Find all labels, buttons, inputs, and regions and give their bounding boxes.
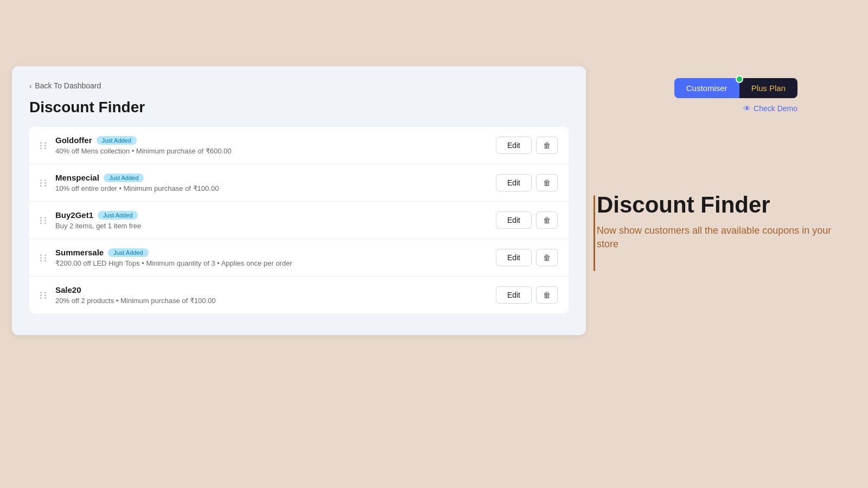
delete-button[interactable]: 🗑 [536, 211, 558, 229]
item-name: Sale20 [55, 285, 81, 294]
plus-plan-button[interactable]: Plus Plan [739, 78, 797, 98]
item-info: Sale20 20% off 2 products • Minimum purc… [55, 285, 496, 305]
edit-button[interactable]: Edit [496, 286, 532, 304]
item-name: Buy2Get1 [55, 210, 93, 220]
right-panel-title: Discount Finder [597, 192, 846, 217]
trash-icon: 🗑 [543, 141, 551, 150]
edit-button[interactable]: Edit [496, 211, 532, 229]
trash-icon: 🗑 [543, 253, 551, 262]
right-panel: Discount Finder Now show customers all t… [597, 192, 846, 252]
item-description: 10% off entire order • Minimum purchase … [55, 184, 496, 192]
trash-icon: 🗑 [543, 178, 551, 187]
item-info: Menspecial Just Added 10% off entire ord… [55, 173, 496, 192]
main-panel: ‹ Back To Dashboard Discount Finder Gold… [12, 66, 586, 335]
item-name-row: Menspecial Just Added [55, 173, 496, 182]
chevron-left-icon: ‹ [29, 82, 31, 90]
drag-handle[interactable] [40, 179, 48, 187]
item-name: Goldoffer [55, 136, 92, 145]
item-actions: Edit 🗑 [496, 137, 558, 154]
delete-button[interactable]: 🗑 [536, 286, 558, 304]
item-actions: Edit 🗑 [496, 249, 558, 266]
item-info: Summersale Just Added ₹200.00 off LED Hi… [55, 248, 496, 267]
item-name-row: Sale20 [55, 285, 496, 294]
just-added-badge: Just Added [108, 248, 148, 257]
edit-button[interactable]: Edit [496, 249, 532, 266]
right-panel-border [593, 195, 595, 271]
drag-handle[interactable] [40, 217, 48, 224]
discount-item: Menspecial Just Added 10% off entire ord… [29, 164, 569, 202]
item-description: 40% off Mens collection • Minimum purcha… [55, 147, 496, 155]
item-actions: Edit 🗑 [496, 286, 558, 304]
check-demo-link[interactable]: 👁 Check Demo [743, 104, 797, 113]
drag-handle[interactable] [40, 142, 48, 149]
trash-icon: 🗑 [543, 291, 551, 299]
right-panel-subtitle: Now show customers all the available cou… [597, 224, 846, 251]
item-info: Buy2Get1 Just Added Buy 2 items, get 1 i… [55, 210, 496, 230]
page-title: Discount Finder [29, 99, 145, 116]
discount-item: Sale20 20% off 2 products • Minimum purc… [29, 277, 569, 313]
delete-button[interactable]: 🗑 [536, 249, 558, 266]
item-info: Goldoffer Just Added 40% off Mens collec… [55, 136, 496, 155]
green-dot-indicator [736, 75, 743, 83]
item-description: ₹200.00 off LED High Tops • Minimum quan… [55, 259, 496, 267]
item-name-row: Summersale Just Added [55, 248, 496, 257]
just-added-badge: Just Added [97, 136, 137, 145]
just-added-badge: Just Added [98, 211, 138, 220]
trash-icon: 🗑 [543, 216, 551, 224]
discount-item: Goldoffer Just Added 40% off Mens collec… [29, 127, 569, 164]
item-description: 20% off 2 products • Minimum purchase of… [55, 297, 496, 305]
edit-button[interactable]: Edit [496, 137, 532, 154]
item-actions: Edit 🗑 [496, 174, 558, 191]
delete-button[interactable]: 🗑 [536, 174, 558, 191]
customiser-button[interactable]: Customiser [674, 78, 739, 98]
just-added-badge: Just Added [104, 174, 144, 182]
item-name: Menspecial [55, 173, 99, 182]
eye-icon: 👁 [743, 104, 751, 113]
delete-button[interactable]: 🗑 [536, 137, 558, 154]
discount-list: Goldoffer Just Added 40% off Mens collec… [29, 127, 569, 313]
drag-handle[interactable] [40, 292, 48, 299]
item-description: Buy 2 items, get 1 item free [55, 222, 496, 230]
page-header: Discount Finder [29, 99, 569, 116]
discount-item: Summersale Just Added ₹200.00 off LED Hi… [29, 239, 569, 277]
drag-handle[interactable] [40, 254, 48, 261]
discount-item: Buy2Get1 Just Added Buy 2 items, get 1 i… [29, 202, 569, 239]
item-name: Summersale [55, 248, 104, 257]
top-buttons: Customiser Plus Plan [674, 78, 797, 98]
item-name-row: Goldoffer Just Added [55, 136, 496, 145]
item-actions: Edit 🗑 [496, 211, 558, 229]
edit-button[interactable]: Edit [496, 174, 532, 191]
back-to-dashboard-link[interactable]: ‹ Back To Dashboard [29, 81, 569, 90]
item-name-row: Buy2Get1 Just Added [55, 210, 496, 220]
